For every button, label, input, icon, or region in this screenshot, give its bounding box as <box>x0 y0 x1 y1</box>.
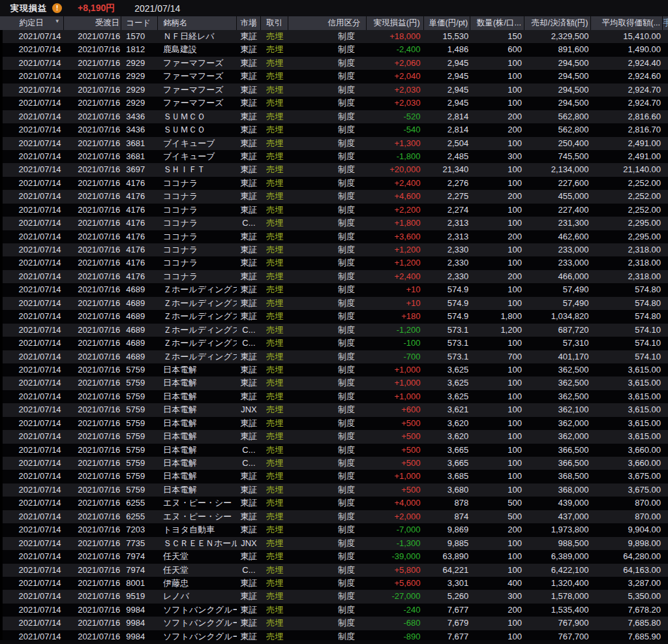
table-row[interactable]: 2021/07/142021/07/164176ココナラ東証売埋制度+3,600… <box>3 230 668 243</box>
warning-icon[interactable]: ! <box>52 3 62 13</box>
cell-pl: +2,030 <box>367 84 424 97</box>
table-row[interactable]: 2021/07/142021/07/163681ブイキューブ東証売埋制度+1,3… <box>3 137 668 150</box>
table-row[interactable]: 2021/07/142021/07/165759日本電解東証売埋制度+1,000… <box>3 363 668 376</box>
table-row[interactable]: 2021/07/142021/07/164689ＺホールディングスC...売埋制… <box>3 337 668 350</box>
table-row[interactable]: 2021/07/142021/07/165759日本電解東証売埋制度+5003,… <box>3 417 668 430</box>
table-row[interactable]: 2021/07/142021/07/167974任天堂C...売埋制度+5,80… <box>3 564 668 577</box>
table-row[interactable]: 2021/07/142021/07/165759日本電解C...売埋制度+500… <box>3 444 668 457</box>
cell-amount: 466,000 <box>524 270 591 283</box>
table-row[interactable]: 2021/07/142021/07/164176ココナラC...売埋制度+1,8… <box>3 217 668 230</box>
cell-price: 2,330 <box>424 270 471 283</box>
table-row[interactable]: 2021/07/142021/07/167735ＳＣＲＥＥＮホールディ...JN… <box>3 537 668 550</box>
cell-settle_date: 2021/07/16 <box>64 123 122 136</box>
table-row[interactable]: 2021/07/142021/07/162929ファーマフーズ東証売埋制度+2,… <box>3 84 668 97</box>
table-row[interactable]: 2021/07/142021/07/164176ココナラ東証売埋制度+2,200… <box>3 204 668 217</box>
table-row[interactable]: 2021/07/142021/07/164176ココナラ東証売埋制度+1,200… <box>3 256 668 269</box>
table-row[interactable]: 2021/07/142021/07/164176ココナラ東証売埋制度+2,400… <box>3 177 668 190</box>
table-row[interactable]: 2021/07/142021/07/164689Ｚホールディングス東証売埋制度-… <box>3 350 668 363</box>
table-row[interactable]: 2021/07/142021/07/165759日本電解東証売埋制度+5003,… <box>3 430 668 443</box>
table-row[interactable]: 2021/07/142021/07/162929ファーマフーズ東証売埋制度+2,… <box>3 57 668 70</box>
cell-trade_date: 2021/07/14 <box>3 57 64 70</box>
column-header-amount[interactable]: 売却/決済額(円) <box>524 16 591 30</box>
cell-settle_date: 2021/07/16 <box>64 230 122 243</box>
column-header-name[interactable]: 銘柄名 <box>158 16 237 30</box>
column-header-margin[interactable]: 信用区分 <box>288 16 367 30</box>
table-row[interactable]: 2021/07/142021/07/166255エヌ・ピー・シー東証売埋制度+2… <box>3 510 668 523</box>
cell-price: 878 <box>424 497 471 510</box>
table-row[interactable]: 2021/07/142021/07/169984ソフトバンクグループ東証売埋制度… <box>3 604 668 617</box>
cell-trade: 売埋 <box>261 110 288 123</box>
column-header-code[interactable]: コード <box>121 16 158 30</box>
table-row[interactable]: 2021/07/142021/07/164176ココナラ東証売埋制度+1,200… <box>3 243 668 256</box>
table-row[interactable]: 2021/07/142021/07/169519レノバ東証売埋制度-27,000… <box>3 590 668 603</box>
table-row[interactable]: 2021/07/142021/07/164176ココナラ東証売埋制度+2,400… <box>3 270 668 283</box>
table-row[interactable]: 2021/07/142021/07/163697ＳＨＩＦＴ東証売埋制度+20,0… <box>3 163 668 176</box>
table-row[interactable]: 2021/07/142021/07/165759日本電解東証売埋制度+5003,… <box>3 483 668 497</box>
cell-trade_date: 2021/07/14 <box>3 390 64 403</box>
cell-trade_date: 2021/07/14 <box>3 150 64 163</box>
column-header-settle_date[interactable]: 受渡日 <box>64 16 122 30</box>
table-row[interactable]: 2021/07/142021/07/165759日本電解JNX売埋制度+6003… <box>3 403 668 416</box>
table-row[interactable]: 2021/07/142021/07/164176ココナラ東証売埋制度+4,600… <box>3 190 668 203</box>
table-row[interactable]: 2021/07/142021/07/161812鹿島建設東証売埋制度-2,400… <box>3 43 668 56</box>
table-row[interactable]: 2021/07/142021/07/161570ＮＦ日経レバ東証売埋制度+18,… <box>3 30 668 43</box>
summary-date: 2021/07/14 <box>134 3 180 14</box>
cell-next_partial <box>663 217 668 230</box>
table-row[interactable]: 2021/07/142021/07/163436ＳＵＭＣＯ東証売埋制度-5202… <box>3 110 668 123</box>
cell-next_partial <box>663 137 668 150</box>
table-row[interactable]: 2021/07/142021/07/165759日本電解東証売埋制度+1,000… <box>3 376 668 390</box>
cell-trade_date: 2021/07/14 <box>3 444 64 457</box>
cell-settle_date: 2021/07/16 <box>64 523 122 536</box>
cell-avg: 2,924.40 <box>591 57 663 70</box>
cell-price: 2,945 <box>424 70 471 83</box>
cell-market: 東証 <box>237 310 262 323</box>
table-row[interactable]: 2021/07/142021/07/163681ブイキューブ東証売埋制度-1,8… <box>3 150 668 163</box>
column-header-price[interactable]: 単価(円/pt) <box>424 16 471 30</box>
cell-price: 1,486 <box>424 43 471 56</box>
cell-margin: 制度 <box>288 57 367 70</box>
cell-avg: 3,287.00 <box>591 577 663 590</box>
table-row[interactable]: 2021/07/142021/07/162929ファーマフーズ東証売埋制度+2,… <box>3 70 668 83</box>
column-header-pl[interactable]: 実現損益(円) <box>367 16 424 30</box>
cell-settle_date: 2021/07/16 <box>64 604 122 617</box>
cell-pl: +5,800 <box>367 564 424 577</box>
cell-qty: 100 <box>470 137 524 150</box>
table-row[interactable]: 2021/07/142021/07/164689Ｚホールディングス東証売埋制度+… <box>3 310 668 323</box>
table-body[interactable]: 2021/07/142021/07/161570ＮＦ日経レバ東証売埋制度+18,… <box>0 30 668 640</box>
cell-qty: 500 <box>470 497 524 510</box>
cell-market: 東証 <box>237 84 262 97</box>
table-row[interactable]: 2021/07/142021/07/164689ＺホールディングスC...売埋制… <box>3 324 668 337</box>
table-row[interactable]: 2021/07/142021/07/169984ソフトバンクグループ東証売埋制度… <box>3 617 668 630</box>
table-row[interactable]: 2021/07/142021/07/169984ソフトバンクグループ東証売埋制度… <box>3 630 668 640</box>
column-header-next_partial[interactable]: 手 <box>663 16 668 30</box>
cell-name: ココナラ <box>158 190 237 203</box>
cell-next_partial <box>663 270 668 283</box>
cell-avg: 574.10 <box>591 324 663 337</box>
table-row[interactable]: 2021/07/142021/07/165759日本電解C...売埋制度+500… <box>3 457 668 470</box>
table-row[interactable]: 2021/07/142021/07/167974任天堂東証売埋制度-39,000… <box>3 550 668 563</box>
cell-settle_date: 2021/07/16 <box>64 537 122 550</box>
sort-desc-icon[interactable]: ▼ <box>55 16 60 28</box>
cell-market: 東証 <box>237 97 262 110</box>
table-row[interactable]: 2021/07/142021/07/168001伊藤忠東証売埋制度+5,6003… <box>3 577 668 590</box>
table-row[interactable]: 2021/07/142021/07/166255エヌ・ピー・シー東証売埋制度+4… <box>3 497 668 510</box>
cell-code: 6255 <box>121 510 158 523</box>
cell-trade_date: 2021/07/14 <box>3 630 64 640</box>
cell-trade: 売埋 <box>261 70 288 83</box>
table-row[interactable]: 2021/07/142021/07/162929ファーマフーズ東証売埋制度+2,… <box>3 97 668 110</box>
cell-name: Ｚホールディングス <box>158 310 237 323</box>
column-header-qty[interactable]: 数量(株/口... <box>470 16 524 30</box>
table-row[interactable]: 2021/07/142021/07/167203トヨタ自動車東証売埋制度-7,0… <box>3 523 668 536</box>
cell-trade: 売埋 <box>261 84 288 97</box>
table-row[interactable]: 2021/07/142021/07/163436ＳＵＭＣＯ東証売埋制度-5402… <box>3 123 668 136</box>
table-row[interactable]: 2021/07/142021/07/164689Ｚホールディングス東証売埋制度+… <box>3 283 668 296</box>
column-header-trade_date[interactable]: 約定日▼ <box>0 16 64 30</box>
column-header-market[interactable]: 市場 <box>237 16 262 30</box>
table-row[interactable]: 2021/07/142021/07/165759日本電解東証売埋制度+1,000… <box>3 470 668 483</box>
cell-qty: 100 <box>470 243 524 256</box>
table-row[interactable]: 2021/07/142021/07/165759日本電解東証売埋制度+1,000… <box>3 390 668 403</box>
table-row[interactable]: 2021/07/142021/07/164689Ｚホールディングス東証売埋制度+… <box>3 297 668 310</box>
column-header-avg[interactable]: 平均取得価額(... <box>591 16 663 30</box>
column-header-trade[interactable]: 取引 <box>261 16 288 30</box>
cell-pl: -520 <box>367 110 424 123</box>
